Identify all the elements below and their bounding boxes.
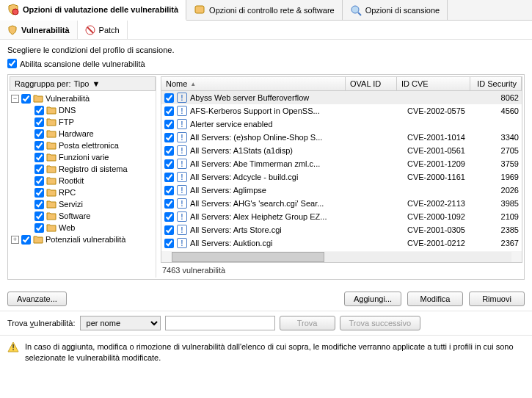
expand-icon[interactable]: + bbox=[11, 236, 19, 244]
find-mode-select[interactable]: per nome bbox=[80, 316, 161, 330]
tree-label: Servizi bbox=[59, 200, 83, 209]
tree-checkbox[interactable] bbox=[21, 235, 31, 245]
col-sec[interactable]: ID Security bbox=[470, 77, 522, 90]
svg-point-2 bbox=[351, 6, 359, 13]
tree-checkbox[interactable] bbox=[34, 141, 44, 151]
tree-label: Funzioni varie bbox=[59, 153, 109, 162]
table-row[interactable]: !All Servers: (e)shop Online-Shop S...CV… bbox=[161, 131, 522, 144]
find-next-button[interactable]: Trova successivo bbox=[340, 316, 421, 330]
tree-item[interactable]: Registro di sistema bbox=[10, 163, 156, 175]
tree-checkbox[interactable] bbox=[34, 164, 44, 174]
row-checkbox[interactable] bbox=[164, 133, 174, 142]
table-row[interactable]: !Abyss Web server Bufferoverflow8062 bbox=[161, 91, 522, 104]
tab-vuln-options[interactable]: Opzioni di valutazione delle vulnerabili… bbox=[0, 0, 186, 21]
main-tabs: Opzioni di valutazione delle vulnerabili… bbox=[0, 0, 532, 21]
tree-item[interactable]: Servizi bbox=[10, 198, 156, 210]
horizontal-scrollbar[interactable] bbox=[161, 251, 522, 263]
tree-label: Hardware bbox=[59, 129, 94, 138]
tree-item[interactable]: FTP bbox=[10, 116, 156, 128]
tree-label: Registro di sistema bbox=[59, 164, 128, 173]
table-row[interactable]: !All Servers: Adcycle - build.cgiCVE-200… bbox=[161, 170, 522, 184]
tree-checkbox[interactable] bbox=[34, 176, 44, 186]
info-icon: ! bbox=[177, 172, 187, 182]
cell-sec: 2109 bbox=[481, 212, 519, 221]
tree-label: Potenziali vulnerabilità bbox=[45, 235, 125, 244]
cell-sec: 4560 bbox=[481, 106, 519, 115]
row-checkbox[interactable] bbox=[164, 225, 174, 235]
tab-scan-options[interactable]: Opzioni di scansione bbox=[343, 0, 448, 20]
table-row[interactable]: !All Servers: Alex Heiphetz Group EZ...C… bbox=[161, 210, 522, 223]
tab-network-options[interactable]: Opzioni di controllo rete & software bbox=[186, 0, 343, 20]
row-checkbox[interactable] bbox=[164, 212, 174, 222]
vuln-table-body[interactable]: !Abyss Web server Bufferoverflow8062!AFS… bbox=[161, 91, 522, 251]
cell-sec: 2385 bbox=[481, 225, 519, 234]
table-row[interactable]: !AFS-Kerberos Support in OpenSS...CVE-20… bbox=[161, 104, 522, 117]
tree-item[interactable]: Hardware bbox=[10, 128, 156, 140]
tree-checkbox[interactable] bbox=[21, 94, 31, 104]
cell-name: AFS-Kerberos Support in OpenSS... bbox=[190, 106, 353, 115]
row-checkbox[interactable] bbox=[164, 159, 174, 169]
tree-item[interactable]: Web bbox=[10, 222, 156, 234]
cell-cve: CVE-2001-0212 bbox=[407, 239, 478, 247]
table-row[interactable]: !Alerter service enabled bbox=[161, 117, 522, 131]
group-by-header[interactable]: Raggruppa per: Tipo ▼ bbox=[10, 76, 156, 91]
tree-checkbox[interactable] bbox=[34, 153, 44, 162]
tree-checkbox[interactable] bbox=[34, 106, 44, 115]
row-checkbox[interactable] bbox=[164, 186, 174, 195]
tree-item[interactable]: Rootkit bbox=[10, 175, 156, 187]
row-checkbox[interactable] bbox=[164, 106, 174, 116]
tree-checkbox[interactable] bbox=[34, 211, 44, 221]
enable-vuln-scan-row[interactable]: Abilita scansione delle vulnerabilità bbox=[7, 59, 525, 68]
cell-sec: 8062 bbox=[481, 93, 519, 102]
tree-root[interactable]: −Vulnerabilità bbox=[10, 93, 156, 104]
row-checkbox[interactable] bbox=[164, 93, 174, 103]
col-name[interactable]: Nome▲ bbox=[161, 77, 346, 90]
row-checkbox[interactable] bbox=[164, 120, 174, 129]
tree-checkbox[interactable] bbox=[34, 188, 44, 198]
add-button[interactable]: Aggiungi... bbox=[344, 292, 401, 306]
subtab-patch[interactable]: Patch bbox=[78, 21, 128, 39]
info-icon: ! bbox=[177, 225, 187, 235]
cell-sec: 2026 bbox=[481, 186, 519, 195]
table-row[interactable]: !All Servers: Aglimpse2026 bbox=[161, 184, 522, 197]
table-row[interactable]: !All Servers: Arts Store.cgiCVE-2001-030… bbox=[161, 223, 522, 236]
info-icon: ! bbox=[177, 93, 187, 103]
tree-item[interactable]: DNS bbox=[10, 104, 156, 116]
tree-item[interactable]: Software bbox=[10, 210, 156, 222]
find-input[interactable] bbox=[165, 316, 275, 330]
cell-name: All Servers: Alex Heiphetz Group EZ... bbox=[190, 212, 353, 221]
table-row[interactable]: !All Servers: AHG's 'search.cgi' Sear...… bbox=[161, 197, 522, 210]
tree-item[interactable]: Funzioni varie bbox=[10, 151, 156, 163]
cell-name: All Servers: Arts Store.cgi bbox=[190, 225, 353, 234]
chevron-down-icon: ▼ bbox=[92, 79, 100, 88]
col-oval[interactable]: OVAL ID bbox=[346, 77, 397, 90]
remove-button[interactable]: Rimuovi bbox=[469, 292, 525, 306]
table-row[interactable]: !All Servers: Abe Timmerman zml.c...CVE-… bbox=[161, 157, 522, 170]
row-checkbox[interactable] bbox=[164, 146, 174, 156]
enable-vuln-scan-checkbox[interactable] bbox=[7, 59, 17, 68]
table-row[interactable]: !All Servers: Auktion.cgiCVE-2001-021223… bbox=[161, 236, 522, 250]
tree-checkbox[interactable] bbox=[34, 223, 44, 233]
tree-potential[interactable]: +Potenziali vulnerabilità bbox=[10, 234, 156, 245]
find-button[interactable]: Trova bbox=[280, 316, 335, 330]
row-checkbox[interactable] bbox=[164, 239, 174, 248]
scrollbar-thumb[interactable] bbox=[172, 252, 324, 262]
col-cve[interactable]: ID CVE bbox=[397, 77, 470, 90]
cell-cve: CVE-2000-1161 bbox=[407, 173, 478, 181]
tree-checkbox[interactable] bbox=[34, 200, 44, 209]
tree-item[interactable]: RPC bbox=[10, 187, 156, 198]
tab-label: Opzioni di valutazione delle vulnerabili… bbox=[23, 5, 178, 14]
advanced-button[interactable]: Avanzate... bbox=[7, 292, 67, 306]
subtab-vuln[interactable]: Vulnerabilità bbox=[0, 21, 78, 39]
edit-button[interactable]: Modifica bbox=[407, 292, 463, 306]
svg-point-0 bbox=[12, 9, 18, 15]
category-tree[interactable]: −VulnerabilitàDNSFTPHardwarePosta elettr… bbox=[10, 91, 156, 278]
collapse-icon[interactable]: − bbox=[11, 95, 19, 103]
row-checkbox[interactable] bbox=[164, 199, 174, 209]
table-row[interactable]: !All Servers: A1Stats (a1disp)CVE-2001-0… bbox=[161, 144, 522, 157]
tree-checkbox[interactable] bbox=[34, 117, 44, 127]
tree-checkbox[interactable] bbox=[34, 129, 44, 139]
tree-item[interactable]: Posta elettronica bbox=[10, 140, 156, 151]
row-checkbox[interactable] bbox=[164, 173, 174, 182]
svg-rect-1 bbox=[195, 6, 204, 13]
